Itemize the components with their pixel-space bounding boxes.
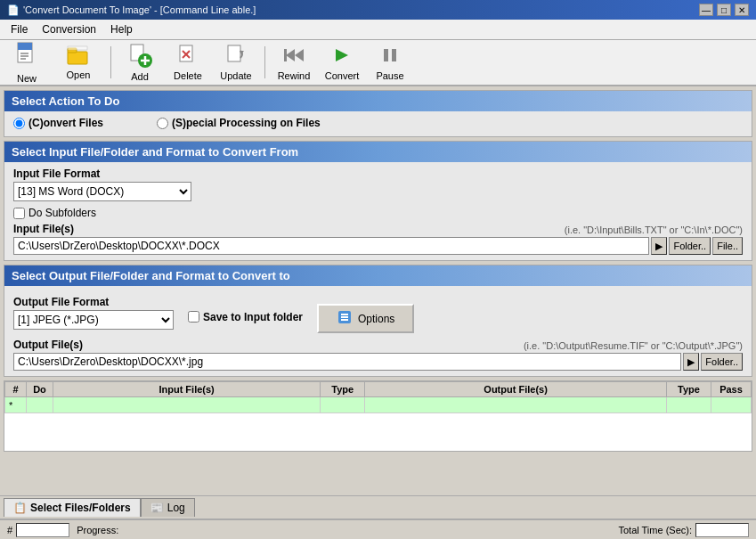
table-row[interactable]: * (5, 397, 752, 413)
menu-conversion[interactable]: Conversion (35, 21, 103, 37)
output-files-input[interactable] (13, 353, 681, 371)
title-bar-controls[interactable]: — □ ✕ (699, 4, 749, 16)
cell-type (321, 397, 365, 413)
svg-rect-5 (68, 52, 87, 64)
input-files-input[interactable] (13, 237, 649, 255)
input-section: Select Input File/Folder and Format to C… (4, 141, 752, 261)
svg-rect-21 (384, 49, 388, 61)
data-table-area: # Do Input File(s) Type Output File(s) T… (4, 380, 752, 452)
output-files-hint: (i.e. "D:\Output\Resume.TIF" or "C:\Outp… (524, 340, 743, 351)
update-icon (224, 44, 248, 69)
select-files-tab-label: Select Files/Folders (30, 502, 131, 514)
svg-marker-17 (286, 49, 295, 61)
output-section-content: Output File Format [1] JPEG (*.JPG) Save… (4, 286, 752, 376)
svg-rect-25 (341, 316, 348, 318)
input-files-hint: (i.e. "D:\Input\Bills.TXT" or "C:\In\*.D… (565, 225, 743, 235)
minimize-button[interactable]: — (699, 4, 713, 16)
status-row-value (16, 523, 69, 537)
maximize-button[interactable]: □ (717, 4, 731, 16)
col-type: Type (321, 382, 365, 397)
table-header: # Do Input File(s) Type Output File(s) T… (5, 382, 752, 397)
toolbar-new-button[interactable]: New (4, 42, 50, 83)
action-radio-area: (C)onvert Files (S)pecial Processing on … (4, 111, 752, 136)
svg-rect-24 (341, 314, 348, 315)
special-processing-option[interactable]: (S)pecial Processing on Files (157, 117, 321, 129)
output-files-label: Output File(s) (13, 339, 83, 351)
toolbar-open-button[interactable]: Open (52, 42, 105, 83)
svg-rect-1 (18, 43, 32, 50)
select-files-tab-icon: 📋 (13, 502, 27, 514)
col-input: Input File(s) (53, 382, 321, 397)
output-arrow-button[interactable]: ▶ (683, 353, 699, 371)
output-format-select[interactable]: [1] JPEG (*.JPG) (13, 310, 174, 330)
output-files-row: ▶ Folder.. (13, 353, 743, 371)
tab-select-files[interactable]: 📋 Select Files/Folders (4, 498, 141, 517)
status-progress-segment: Progress: (77, 525, 118, 535)
toolbar-convert-button[interactable]: Convert (319, 42, 365, 83)
cell-type2 (667, 397, 711, 413)
toolbar-separator-1 (110, 46, 111, 78)
cell-do (27, 397, 53, 413)
input-section-header: Select Input File/Folder and Format to C… (4, 142, 752, 162)
svg-marker-18 (295, 49, 304, 61)
svg-rect-15 (228, 45, 240, 61)
status-bar: # Progress: Total Time (Sec): (0, 519, 756, 539)
open-icon (66, 45, 91, 68)
convert-label: Convert (325, 70, 360, 81)
input-file-button[interactable]: File.. (712, 237, 743, 255)
tab-log[interactable]: 📰 Log (141, 498, 195, 517)
table-body: * (5, 397, 752, 413)
convert-files-option[interactable]: (C)onvert Files (13, 117, 103, 129)
col-output: Output File(s) (365, 382, 667, 397)
bottom-tabs: 📋 Select Files/Folders 📰 Log (0, 496, 756, 519)
input-folder-button[interactable]: Folder.. (669, 237, 711, 255)
input-format-select[interactable]: [13] MS Word (DOCX) (13, 182, 191, 201)
title-bar-left: 📄 'Convert Document To Image' - [Command… (7, 4, 256, 16)
toolbar-delete-button[interactable]: Delete (165, 42, 211, 83)
options-button[interactable]: Options (317, 304, 414, 333)
subfolders-checkbox[interactable] (13, 208, 25, 219)
pause-icon (378, 44, 402, 69)
add-label: Add (131, 71, 149, 82)
save-to-input-label: Save to Input folder (203, 311, 303, 323)
svg-rect-7 (68, 46, 87, 50)
output-format-label: Output File Format (13, 296, 174, 308)
update-label: Update (220, 70, 251, 81)
status-time-value (695, 523, 749, 537)
status-row-segment: # (7, 523, 69, 537)
output-section-header: Select Output File/Folder and Format to … (4, 265, 752, 286)
svg-rect-26 (341, 319, 348, 321)
toolbar-add-button[interactable]: Add (117, 42, 163, 83)
special-processing-radio[interactable] (157, 118, 168, 129)
status-progress-label: Progress: (77, 525, 118, 535)
menu-file[interactable]: File (4, 21, 35, 37)
action-section-header: Select Action To Do (4, 91, 752, 111)
cell-input (53, 397, 321, 413)
menu-help[interactable]: Help (103, 21, 140, 37)
window-title: 'Convert Document To Image' - [Command L… (23, 4, 256, 15)
rewind-label: Rewind (278, 70, 311, 81)
subfolders-checkbox-row[interactable]: Do Subfolders (13, 207, 743, 219)
toolbar-rewind-button[interactable]: Rewind (271, 42, 317, 83)
save-to-input-row[interactable]: Save to Input folder (188, 311, 303, 323)
new-label: New (17, 73, 37, 84)
close-button[interactable]: ✕ (735, 4, 749, 16)
output-section: Select Output File/Folder and Format to … (4, 265, 752, 377)
col-do: Do (27, 382, 53, 397)
toolbar-update-button[interactable]: Update (213, 42, 259, 83)
convert-files-radio[interactable] (13, 118, 25, 129)
input-arrow-button[interactable]: ▶ (651, 237, 667, 255)
toolbar-separator-2 (264, 46, 265, 78)
output-folder-button[interactable]: Folder.. (701, 353, 743, 371)
bottom-area: 📋 Select Files/Folders 📰 Log (0, 495, 756, 519)
save-to-input-checkbox[interactable] (188, 311, 199, 323)
pause-label: Pause (376, 70, 403, 81)
log-tab-label: Log (167, 502, 185, 514)
title-bar: 📄 'Convert Document To Image' - [Command… (0, 0, 756, 20)
options-icon (337, 309, 353, 328)
col-num: # (5, 382, 27, 397)
svg-marker-20 (336, 49, 348, 61)
toolbar-pause-button[interactable]: Pause (367, 42, 413, 83)
subfolders-label: Do Subfolders (28, 207, 96, 219)
menu-bar: File Conversion Help (0, 20, 756, 40)
